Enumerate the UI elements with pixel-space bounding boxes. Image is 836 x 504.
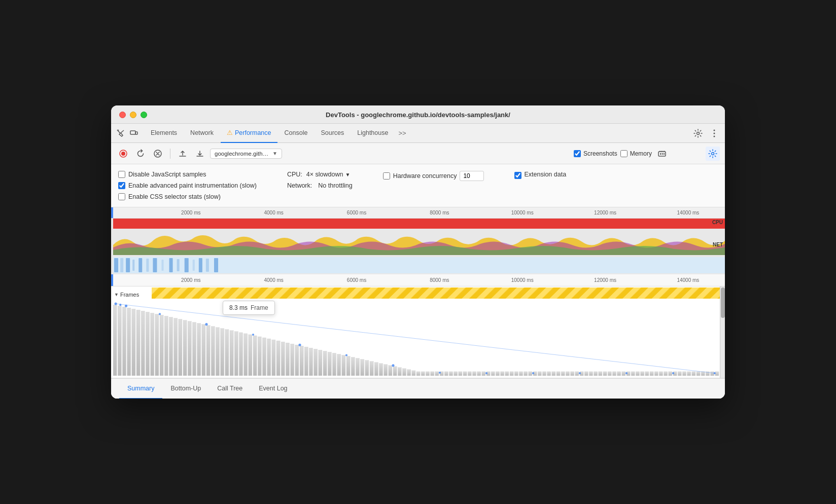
svg-rect-50 — [188, 321, 191, 376]
extension-data-checkbox[interactable] — [514, 172, 521, 179]
frames-section[interactable]: ▼ Frames — [111, 286, 725, 378]
svg-rect-121 — [519, 372, 522, 376]
reload-button[interactable] — [133, 147, 148, 161]
enable-advanced-paint-item[interactable]: Enable advanced paint instrumentation (s… — [118, 182, 257, 189]
svg-rect-108 — [459, 372, 462, 376]
tab-icons — [115, 128, 140, 139]
enable-css-stats-item[interactable]: Enable CSS selector stats (slow) — [118, 193, 257, 200]
url-filter-dropdown[interactable]: googlechrome.github.io ... ▼ — [210, 149, 282, 159]
svg-rect-73 — [295, 345, 299, 376]
svg-rect-158 — [692, 372, 695, 376]
svg-rect-131 — [566, 372, 569, 376]
tab-sources[interactable]: Sources — [315, 124, 350, 143]
main-tick-2000: 2000 ms — [181, 277, 200, 283]
tick-2000: 2000 ms — [181, 210, 200, 215]
hw-concurrency-item[interactable]: Hardware concurrency — [383, 172, 457, 179]
svg-rect-152 — [664, 372, 668, 376]
svg-rect-37 — [127, 308, 131, 376]
svg-rect-29 — [214, 258, 218, 272]
svg-rect-68 — [272, 340, 275, 376]
device-toolbar-icon[interactable] — [128, 128, 140, 139]
clear-button[interactable] — [151, 147, 165, 161]
svg-rect-59 — [230, 331, 233, 376]
timeline-scrollbar[interactable] — [720, 286, 725, 378]
tab-bottom-up[interactable]: Bottom-Up — [162, 379, 209, 399]
svg-rect-54 — [206, 326, 210, 376]
svg-rect-109 — [463, 372, 467, 376]
svg-rect-58 — [225, 330, 229, 376]
svg-rect-56 — [216, 328, 219, 376]
hw-concurrency-input[interactable] — [460, 171, 484, 181]
svg-rect-145 — [631, 372, 635, 376]
tab-elements[interactable]: Elements — [145, 124, 183, 143]
svg-point-170 — [298, 344, 301, 346]
upload-button[interactable] — [176, 147, 190, 161]
svg-rect-80 — [328, 352, 331, 376]
settings-icon[interactable] — [691, 127, 705, 140]
tab-more-button[interactable]: >> — [395, 129, 409, 137]
frames-collapse-icon[interactable]: ▼ — [114, 292, 119, 297]
timeline-scrollbar-thumb[interactable] — [721, 287, 725, 318]
tab-console[interactable]: Console — [278, 124, 314, 143]
main-tick-12000: 12000 ms — [594, 277, 616, 283]
tab-summary[interactable]: Summary — [119, 379, 162, 399]
disable-js-samples-checkbox[interactable] — [118, 171, 125, 178]
svg-rect-20 — [146, 259, 149, 272]
tab-lighthouse[interactable]: Lighthouse — [351, 124, 394, 143]
screenshots-checkbox-item[interactable]: Screenshots — [574, 150, 617, 157]
svg-rect-17 — [126, 258, 130, 272]
memory-checkbox-item[interactable]: Memory — [620, 150, 652, 157]
minimize-button[interactable] — [130, 112, 136, 118]
tab-network[interactable]: Network — [184, 124, 220, 143]
svg-rect-151 — [659, 372, 663, 376]
tab-event-log[interactable]: Event Log — [251, 379, 295, 399]
svg-rect-140 — [608, 372, 611, 376]
svg-rect-162 — [711, 372, 714, 376]
settings-col-left: Disable JavaScript samples Enable advanc… — [118, 171, 257, 200]
svg-rect-28 — [206, 259, 209, 272]
svg-rect-122 — [524, 372, 528, 376]
disable-js-samples-item[interactable]: Disable JavaScript samples — [118, 171, 257, 178]
close-button[interactable] — [119, 112, 126, 118]
svg-rect-2 — [135, 132, 137, 134]
tab-call-tree[interactable]: Call Tree — [209, 379, 251, 399]
screenshots-checkbox[interactable] — [574, 150, 581, 157]
cpu-net-chart-area[interactable]: CPU NET — [111, 219, 725, 274]
svg-point-171 — [345, 354, 347, 356]
svg-rect-156 — [682, 372, 686, 376]
svg-rect-136 — [589, 372, 593, 376]
svg-rect-139 — [603, 372, 607, 376]
memory-icon-btn[interactable] — [655, 147, 669, 161]
svg-rect-41 — [146, 312, 149, 376]
more-options-icon[interactable] — [708, 127, 721, 140]
svg-rect-103 — [435, 372, 439, 376]
svg-rect-38 — [132, 309, 135, 376]
svg-rect-85 — [351, 357, 355, 376]
svg-rect-19 — [138, 258, 142, 272]
svg-rect-74 — [300, 346, 303, 376]
download-button[interactable] — [193, 147, 207, 161]
svg-rect-94 — [393, 367, 397, 376]
enable-advanced-paint-checkbox[interactable] — [118, 182, 125, 189]
hw-concurrency-checkbox[interactable] — [383, 172, 390, 179]
svg-rect-26 — [193, 260, 195, 271]
tab-performance[interactable]: ⚠ Performance — [221, 124, 277, 143]
svg-rect-15 — [114, 258, 118, 272]
svg-rect-42 — [151, 313, 154, 376]
enable-css-stats-checkbox[interactable] — [118, 193, 125, 200]
memory-checkbox[interactable] — [620, 150, 628, 157]
cpu-dropdown[interactable]: 4× slowdown ▼ — [306, 171, 351, 178]
svg-rect-87 — [361, 359, 364, 376]
svg-rect-49 — [183, 320, 187, 376]
svg-rect-21 — [153, 258, 157, 272]
bottom-tabs: Summary Bottom-Up Call Tree Event Log — [111, 378, 725, 399]
window-title: DevTools - googlechrome.github.io/devtoo… — [326, 111, 510, 119]
svg-rect-70 — [281, 342, 285, 376]
inspect-icon[interactable] — [115, 128, 126, 139]
svg-rect-43 — [155, 314, 159, 376]
performance-settings-button[interactable] — [706, 147, 720, 161]
svg-point-167 — [159, 313, 161, 315]
record-button[interactable] — [116, 147, 130, 161]
maximize-button[interactable] — [141, 112, 147, 118]
svg-rect-138 — [599, 372, 602, 376]
